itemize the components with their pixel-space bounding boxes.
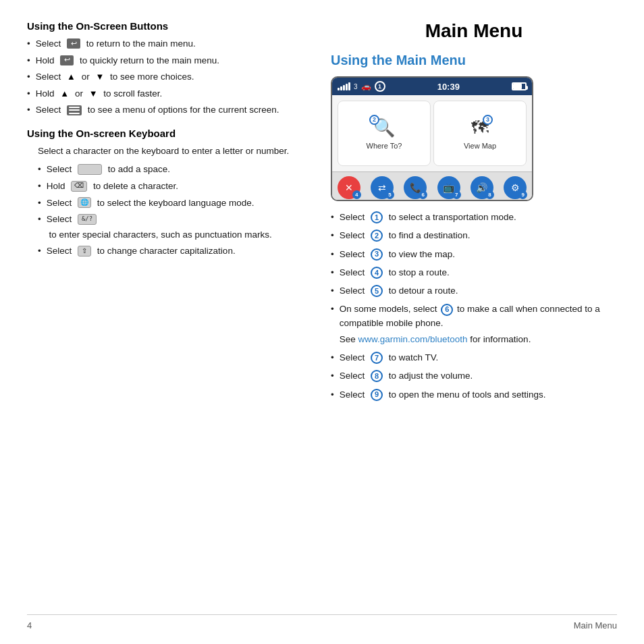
list-item-1: Select 1 to select a transportation mode… — [331, 211, 617, 224]
globe-icon: 🌐 — [78, 197, 91, 208]
right-column: Main Menu Using the Main Menu 3 🚗 1 — [331, 20, 617, 617]
select-label: Select — [36, 37, 63, 51]
list-item: Select &/? to enter special characters, … — [38, 213, 311, 241]
list-item: Select 🌐 to select the keyboard language… — [38, 196, 311, 210]
circle-num-6: 6 — [441, 304, 453, 316]
list-item: Hold ⌫ to delete a character. — [38, 180, 311, 193]
footer-section-name: Main Menu — [574, 620, 617, 630]
delete-icon: ⌫ — [71, 181, 87, 192]
list-item-6: On some models, select 6 to make a call … — [331, 302, 617, 346]
device-toolbar: ✕ 4 ⇄ 5 📞 6 📺 7 🔊 8 ⚙ 9 — [332, 171, 532, 201]
list-item: Hold ▲ or ▼ to scroll faster. — [27, 87, 311, 101]
device-screenshot: 3 🚗 1 10:39 🔍 2 — [331, 76, 533, 201]
list-item-7: Select 7 to watch TV. — [331, 351, 617, 365]
back-arrow-icon: ↩ — [67, 38, 80, 49]
shift-icon: ⇧ — [78, 246, 91, 257]
circle-num-7: 7 — [371, 352, 383, 364]
list-item: Hold ↩ to quickly return to the main men… — [27, 54, 311, 68]
list-item-3: Select 3 to view the map. — [331, 248, 617, 261]
list-item: Select to see a menu of options for the … — [27, 103, 311, 117]
circle-num-4: 4 — [371, 267, 383, 279]
left-column: Using the On-Screen Buttons Select ↩ to … — [27, 20, 311, 617]
numbered-badge-1: 1 — [375, 81, 385, 92]
main-title: Main Menu — [331, 20, 617, 42]
view-map-label: View Map — [464, 142, 496, 150]
page-container: Using the On-Screen Buttons Select ↩ to … — [0, 0, 644, 644]
list-item-5: Select 5 to detour a route. — [331, 284, 617, 298]
keyboard-list: Select to add a space. Hold ⌫ to delete … — [38, 163, 311, 257]
circle-num-5: 5 — [371, 285, 383, 297]
page-number: 4 — [27, 620, 32, 630]
view-map-button[interactable]: 🗺 3 View Map — [433, 101, 527, 166]
garmin-bluetooth-link[interactable]: www.garmin.com/bluetooth — [358, 334, 468, 344]
down-arrow-icon: ▼ — [95, 72, 104, 81]
onscreen-keyboard-title: Using the On-screen Keyboard — [27, 128, 311, 139]
where-to-button[interactable]: 🔍 2 Where To? — [338, 101, 431, 166]
list-item-4: Select 4 to stop a route. — [331, 266, 617, 279]
up-arrow-icon-2: ▲ — [60, 89, 69, 98]
back-arrow-icon-2: ↩ — [60, 55, 74, 65]
list-item: Select ▲ or ▼ to see more choices. — [27, 70, 311, 84]
circle-num-8: 8 — [371, 370, 383, 382]
circle-num-9: 9 — [371, 389, 383, 401]
signal-bars-icon — [338, 82, 350, 90]
toolbar-btn-stop[interactable]: ✕ 4 — [338, 176, 360, 199]
page-footer: 4 Main Menu — [27, 614, 617, 630]
onscreen-buttons-list: Select ↩ to return to the main menu. Hol… — [27, 37, 311, 117]
list-item-9: Select 9 to open the menu of tools and s… — [331, 388, 617, 402]
where-to-label: Where To? — [367, 142, 402, 150]
special-chars-icon: &/? — [78, 214, 97, 225]
menu-icon — [67, 105, 82, 115]
numbered-badge-2: 2 — [369, 115, 379, 125]
device-time: 10:39 — [437, 82, 460, 92]
up-arrow-icon: ▲ — [67, 72, 76, 81]
battery-icon — [512, 82, 527, 90]
device-statusbar: 3 🚗 1 10:39 — [332, 78, 532, 95]
list-item-8: Select 8 to adjust the volume. — [331, 369, 617, 383]
toolbar-btn-tv[interactable]: 📺 7 — [437, 176, 460, 199]
toolbar-btn-settings[interactable]: ⚙ 9 — [504, 176, 527, 199]
space-icon — [78, 164, 102, 175]
toolbar-btn-call[interactable]: 📞 6 — [404, 176, 427, 199]
keyboard-intro: Select a character on the keyboard to en… — [38, 144, 311, 158]
numbered-badge-3: 3 — [483, 115, 493, 125]
car-icon: 🚗 — [361, 82, 371, 91]
list-item: Select to add a space. — [38, 163, 311, 176]
onscreen-buttons-title: Using the On-Screen Buttons — [27, 20, 311, 32]
list-item-2: Select 2 to find a destination. — [331, 229, 617, 242]
circle-num-1: 1 — [371, 211, 383, 223]
main-menu-bullets-list: Select 1 to select a transportation mode… — [331, 211, 617, 402]
using-main-menu-title: Using the Main Menu — [331, 53, 617, 68]
toolbar-btn-detour[interactable]: ⇄ 5 — [371, 176, 394, 199]
list-item: Select ⇧ to change character capitalizat… — [38, 244, 311, 258]
toolbar-btn-volume[interactable]: 🔊 8 — [471, 176, 493, 199]
down-arrow-icon-2: ▼ — [89, 89, 98, 98]
signal-area: 3 🚗 1 — [338, 81, 385, 92]
circle-num-3: 3 — [371, 248, 383, 261]
device-main-area: 🔍 2 Where To? 🗺 3 View Map — [332, 95, 532, 171]
circle-num-2: 2 — [371, 230, 383, 242]
list-item: Select ↩ to return to the main menu. — [27, 37, 311, 51]
